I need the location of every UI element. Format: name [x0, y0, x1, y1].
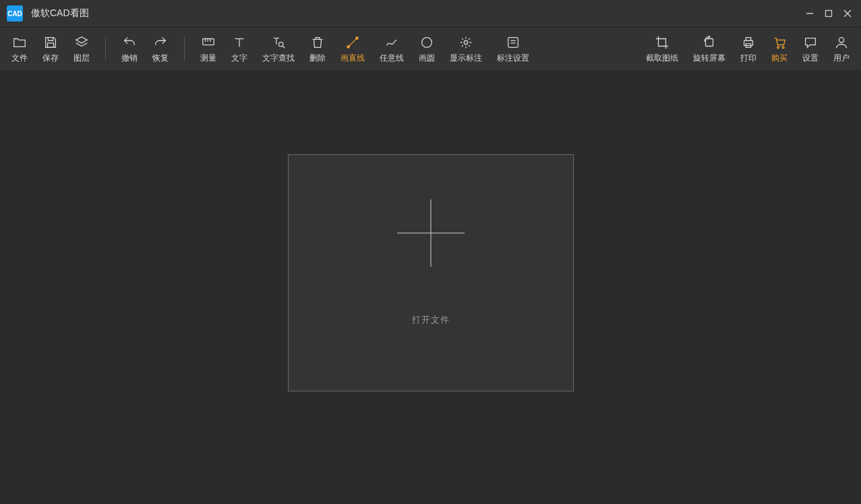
- toolbar-divider: [105, 37, 106, 61]
- open-file-panel[interactable]: 打开文件: [288, 154, 574, 391]
- app-title: 傲软CAD看图: [31, 7, 800, 20]
- svg-point-22: [777, 46, 779, 49]
- delete-button[interactable]: 删除: [302, 28, 333, 70]
- redo-icon: [153, 34, 168, 51]
- svg-point-12: [347, 46, 349, 48]
- measure-button[interactable]: 测量: [193, 28, 224, 70]
- user-button[interactable]: 用户: [826, 28, 857, 70]
- maximize-button[interactable]: [819, 0, 838, 27]
- annot-settings-icon: [506, 34, 521, 51]
- plus-icon: [397, 199, 465, 267]
- svg-rect-19: [706, 39, 713, 46]
- rotate-label: 旋转屏幕: [693, 53, 725, 64]
- titlebar: CAD 傲软CAD看图: [0, 0, 861, 27]
- text-button[interactable]: 文字: [224, 28, 255, 70]
- user-icon: [834, 34, 849, 51]
- app-icon: CAD: [7, 5, 23, 22]
- textfind-button[interactable]: 文字查找: [255, 28, 302, 70]
- svg-line-10: [283, 46, 285, 49]
- svg-point-13: [356, 37, 358, 39]
- open-file-label: 打开文件: [412, 314, 450, 326]
- svg-point-9: [278, 42, 283, 46]
- showannot-button[interactable]: 显示标注: [442, 28, 489, 70]
- toolbar: 文件保存图层撤销恢复测量文字文字查找删除画直线任意线画圆显示标注标注设置截取图纸…: [0, 27, 861, 70]
- layers-button[interactable]: 图层: [66, 28, 97, 70]
- undo-label: 撤销: [121, 53, 138, 64]
- screenshot-label: 截取图纸: [646, 53, 678, 64]
- save-label: 保存: [42, 53, 59, 64]
- maximize-icon: [825, 9, 833, 18]
- line-icon: [345, 34, 360, 51]
- window-controls: [800, 0, 857, 27]
- circle-button[interactable]: 画圆: [411, 28, 442, 70]
- svg-rect-4: [47, 43, 53, 47]
- settings-label: 设置: [802, 53, 819, 64]
- toolbar-spacer: [537, 28, 639, 70]
- layers-label: 图层: [73, 53, 90, 64]
- print-button[interactable]: 打印: [733, 28, 764, 70]
- redo-label: 恢复: [152, 53, 169, 64]
- freeline-button[interactable]: 任意线: [372, 28, 411, 70]
- svg-point-14: [422, 38, 432, 48]
- save-button[interactable]: 保存: [35, 28, 66, 70]
- undo-icon: [122, 34, 137, 51]
- rotate-icon: [702, 34, 717, 51]
- annotset-label: 标注设置: [497, 53, 529, 64]
- buy-label: 购买: [771, 53, 788, 64]
- rotate-button[interactable]: 旋转屏幕: [686, 28, 733, 70]
- trash-icon: [310, 34, 325, 51]
- svg-point-23: [782, 46, 784, 49]
- save-icon: [43, 34, 58, 51]
- settings-button[interactable]: 设置: [795, 28, 826, 70]
- svg-rect-16: [508, 38, 518, 48]
- folder-icon: [12, 34, 27, 51]
- svg-rect-20: [744, 40, 753, 45]
- text-label: 文字: [231, 53, 247, 64]
- close-icon: [843, 9, 852, 18]
- annotset-button[interactable]: 标注设置: [489, 28, 537, 70]
- text-find-icon: [271, 34, 286, 51]
- layers-icon: [74, 34, 89, 51]
- crop-icon: [655, 34, 670, 51]
- svg-point-15: [464, 40, 468, 44]
- close-button[interactable]: [838, 0, 857, 27]
- text-icon: [232, 34, 247, 51]
- show-annot-icon: [458, 34, 473, 51]
- svg-point-24: [839, 38, 843, 42]
- freeline-icon: [384, 34, 399, 51]
- showannot-label: 显示标注: [450, 53, 482, 64]
- canvas-area: 打开文件: [0, 70, 861, 504]
- toolbar-divider: [184, 37, 185, 61]
- undo-button[interactable]: 撤销: [114, 28, 145, 70]
- minimize-button[interactable]: [800, 0, 819, 27]
- line-button[interactable]: 画直线: [333, 28, 372, 70]
- file-button[interactable]: 文件: [4, 28, 35, 70]
- chat-icon: [803, 34, 818, 51]
- line-label: 画直线: [340, 53, 365, 64]
- textfind-label: 文字查找: [262, 53, 295, 64]
- file-label: 文件: [11, 53, 28, 64]
- delete-label: 删除: [309, 53, 326, 64]
- buy-button[interactable]: 购买: [764, 28, 795, 70]
- redo-button[interactable]: 恢复: [145, 28, 176, 70]
- cart-icon: [772, 34, 787, 51]
- screenshot-button[interactable]: 截取图纸: [639, 28, 686, 70]
- user-label: 用户: [833, 53, 850, 64]
- circle-label: 画圆: [419, 53, 435, 64]
- freeline-label: 任意线: [380, 53, 404, 64]
- svg-line-11: [349, 38, 357, 47]
- measure-label: 测量: [200, 53, 216, 64]
- svg-rect-1: [826, 11, 832, 17]
- measure-icon: [201, 34, 216, 51]
- print-label: 打印: [740, 53, 756, 64]
- print-icon: [741, 34, 756, 51]
- circle-icon: [419, 34, 434, 51]
- svg-rect-5: [203, 39, 214, 45]
- minimize-icon: [806, 9, 814, 18]
